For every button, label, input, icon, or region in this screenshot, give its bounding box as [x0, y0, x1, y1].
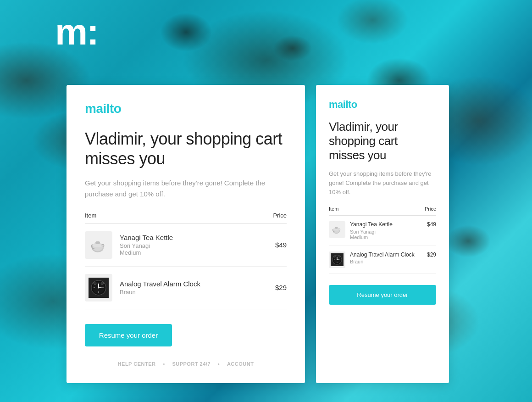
svg-point-13 [98, 287, 100, 288]
table-row: Yanagi Tea Kettle Sori Yanagi Medium $49 [329, 215, 436, 246]
item-info-clock: Analog Travel Alarm Clock Braun [120, 280, 266, 296]
clock-icon-sm [331, 253, 344, 266]
footer-separator-1: • [163, 361, 165, 367]
svg-point-30 [334, 256, 336, 257]
items-table-large: Item Price [85, 212, 287, 309]
card-brand-small: mailto [329, 99, 436, 111]
footer-link-account[interactable]: ACCOUNT [227, 361, 254, 367]
card-subtext-small: Get your shopping items before they're g… [329, 169, 436, 197]
footer-link-support[interactable]: SUPPORT 24/7 [172, 361, 211, 367]
logo-area: m: [55, 14, 98, 50]
item-row-inner: Analog Travel Alarm Clock Braun [85, 274, 266, 302]
item-row-inner: Yanagi Tea Kettle Sori Yanagi Medium [85, 231, 266, 259]
table-row: Yanagi Tea Kettle Sori Yanagi Medium $49 [85, 223, 287, 266]
resume-order-button-large[interactable]: Resume your order [85, 324, 172, 346]
item-name: Analog Travel Alarm Clock [120, 280, 266, 288]
item-detail-brand: Braun [120, 289, 266, 296]
svg-rect-3 [95, 241, 100, 244]
item-detail-sm-brand: Braun [350, 259, 423, 264]
col-price-header-sm: Price [423, 206, 436, 216]
footer-link-help[interactable]: HELP CENTER [118, 361, 156, 367]
card-footer: HELP CENTER • SUPPORT 24/7 • ACCOUNT [85, 361, 287, 367]
svg-rect-19 [335, 227, 338, 229]
item-cell-sm: Analog Travel Alarm Clock Braun [329, 246, 423, 274]
clock-icon [89, 278, 109, 298]
item-info-kettle-sm: Yanagi Tea Kettle Sori Yanagi Medium [350, 221, 423, 240]
item-detail-sm-2: Medium [350, 234, 423, 240]
email-card-small: mailto Vladimir, your shopping cart miss… [316, 85, 449, 383]
resume-order-button-small[interactable]: Resume your order [329, 285, 436, 305]
item-image-kettle [85, 231, 112, 259]
card-heading-large: Vladimir, your shopping cart misses you [85, 129, 287, 168]
svg-point-29 [337, 259, 338, 260]
item-row-inner-sm: Yanagi Tea Kettle Sori Yanagi Medium [329, 221, 423, 240]
col-price-header: Price [266, 212, 287, 224]
item-name: Yanagi Tea Kettle [120, 234, 266, 241]
item-cell: Yanagi Tea Kettle Sori Yanagi Medium [85, 223, 266, 266]
email-card-large: mailto Vladimir, your shopping cart miss… [66, 85, 305, 383]
item-info-kettle: Yanagi Tea Kettle Sori Yanagi Medium [120, 234, 266, 256]
app-logo: m: [55, 14, 98, 50]
svg-point-14 [94, 282, 96, 285]
svg-point-15 [101, 282, 104, 285]
svg-point-31 [339, 256, 341, 257]
kettle-icon-sm [331, 223, 344, 236]
item-price-clock-sm: $29 [423, 246, 436, 274]
item-price-kettle-sm: $49 [423, 215, 436, 246]
footer-separator-2: • [218, 361, 220, 367]
item-price-clock: $29 [266, 266, 287, 309]
item-detail-1: Sori Yanagi [120, 242, 266, 249]
item-cell-sm: Yanagi Tea Kettle Sori Yanagi Medium [329, 215, 423, 246]
item-detail-sm-1: Sori Yanagi [350, 229, 423, 234]
item-cell: Analog Travel Alarm Clock Braun [85, 266, 266, 309]
item-name-sm: Yanagi Tea Kettle [350, 221, 423, 229]
item-name-sm: Analog Travel Alarm Clock [350, 251, 423, 259]
item-info-clock-sm: Analog Travel Alarm Clock Braun [350, 251, 423, 265]
kettle-icon [89, 235, 109, 255]
col-item-header-sm: Item [329, 206, 423, 216]
col-item-header: Item [85, 212, 266, 224]
table-row: Analog Travel Alarm Clock Braun $29 [329, 246, 436, 274]
card-subtext-large: Get your shopping items before they're g… [85, 178, 287, 199]
item-detail-2: Medium [120, 249, 266, 256]
card-brand-large: mailto [85, 101, 287, 116]
item-image-clock-sm [329, 251, 345, 268]
item-row-inner-sm: Analog Travel Alarm Clock Braun [329, 251, 423, 268]
table-row: Analog Travel Alarm Clock Braun $29 [85, 266, 287, 309]
cards-container: mailto Vladimir, your shopping cart miss… [66, 85, 518, 383]
item-image-kettle-sm [329, 221, 345, 238]
card-heading-small: Vladimir, your shopping cart misses you [329, 120, 436, 163]
item-image-clock [85, 274, 112, 302]
item-price-kettle: $49 [266, 223, 287, 266]
items-table-small: Item Price [329, 206, 436, 274]
